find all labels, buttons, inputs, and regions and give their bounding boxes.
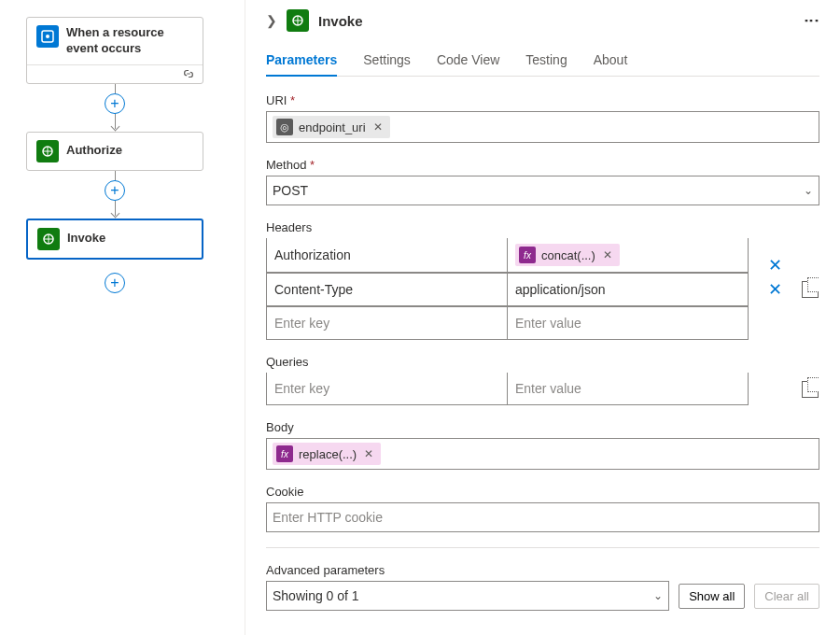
http-icon [287,9,309,32]
flow-canvas: When a resource event occurs + Authorize… [0,0,245,635]
clear-all-button: Clear all [754,584,819,609]
header-row: Content-Type application/json [266,273,749,306]
cookie-input[interactable] [266,502,819,532]
header-value-input[interactable] [515,316,740,331]
toggle-headers-mode-button[interactable] [802,281,819,298]
toggle-queries-mode-button[interactable] [802,381,819,398]
add-step-button[interactable]: + [105,273,125,293]
tab-bar: Parameters Settings Code View Testing Ab… [266,52,819,77]
http-icon [36,140,59,162]
uri-input[interactable]: endpoint_uri ✕ [266,111,819,143]
node-title: Authorize [66,143,122,159]
node-invoke[interactable]: Invoke [26,219,203,260]
header-fx-pill[interactable]: fx concat(...) ✕ [515,244,620,266]
more-menu-button[interactable]: ⋮ [803,13,820,29]
parameters-form: URI endpoint_uri ✕ Method POST ⌄ Headers [266,77,819,620]
cookie-label: Cookie [266,485,819,499]
query-value-input[interactable] [515,381,740,396]
event-icon [36,25,59,48]
header-value[interactable]: application/json [507,274,748,305]
panel-header: ❯ Invoke ⋮ [266,9,819,32]
details-panel: ❯ Invoke ⋮ Parameters Settings Code View… [245,0,840,635]
node-link-indicator [27,64,203,83]
header-key-input[interactable] [274,316,499,331]
advanced-label: Advanced parameters [266,563,819,577]
panel-title: Invoke [318,13,794,29]
body-input[interactable]: fx replace(...) ✕ [266,438,819,470]
remove-pill-button[interactable]: ✕ [603,248,612,261]
tab-about[interactable]: About [594,52,628,76]
node-authorize[interactable]: Authorize [26,132,203,171]
body-fx-pill[interactable]: fx replace(...) ✕ [273,443,381,465]
tab-testing[interactable]: Testing [525,52,567,76]
header-key[interactable]: Authorization [267,238,507,272]
tab-settings[interactable]: Settings [363,52,411,76]
queries-label: Queries [266,355,819,369]
query-row-new [266,373,749,405]
uri-variable-pill[interactable]: endpoint_uri ✕ [273,116,390,138]
remove-pill-button[interactable]: ✕ [373,120,383,134]
divider [266,547,819,548]
header-key[interactable]: Content-Type [267,274,507,305]
delete-header-button[interactable]: ✕ [768,257,782,274]
chevron-down-icon: ⌄ [804,184,813,197]
add-step-button[interactable]: + [105,180,125,201]
svg-point-1 [46,35,49,38]
method-label: Method [266,158,819,172]
header-row-new [266,306,749,340]
add-step-button[interactable]: + [105,93,125,114]
method-select[interactable]: POST ⌄ [266,176,819,205]
node-title: Invoke [67,231,105,247]
show-all-button[interactable]: Show all [679,584,745,609]
headers-label: Headers [266,220,819,234]
fx-icon: fx [519,247,536,263]
variable-icon [276,119,293,135]
uri-label: URI [266,93,819,107]
http-icon [37,228,60,250]
connector: + [26,84,203,132]
connector: + [26,171,203,219]
header-row: Authorization fx concat(...) ✕ [266,238,749,273]
tab-code-view[interactable]: Code View [437,52,499,76]
chevron-down-icon: ⌄ [653,589,663,602]
query-key-input[interactable] [274,381,499,396]
tab-parameters[interactable]: Parameters [266,52,337,77]
remove-pill-button[interactable]: ✕ [364,447,373,460]
body-label: Body [266,420,819,434]
node-title: When a resource event occurs [66,25,193,57]
delete-header-button[interactable]: ✕ [768,281,782,298]
fx-icon: fx [276,445,293,462]
collapse-button[interactable]: ❯ [266,13,277,28]
advanced-select[interactable]: Showing 0 of 1 ⌄ [266,581,669,611]
connector-tail: + [26,273,203,293]
header-value[interactable]: fx concat(...) ✕ [507,238,748,272]
node-trigger[interactable]: When a resource event occurs [26,17,203,84]
